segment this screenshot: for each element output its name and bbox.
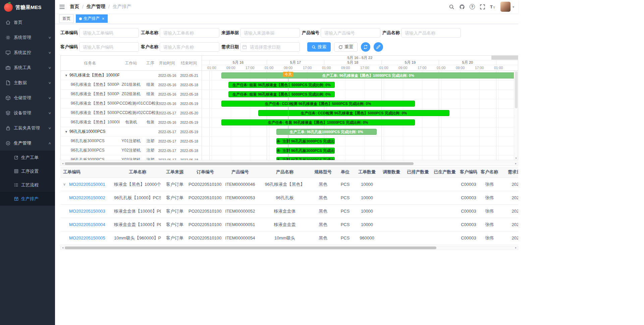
start-time-cell: 2022-05-16 bbox=[158, 102, 176, 106]
gantt-horizontal-scrollbar[interactable]: ◂ ▸ bbox=[60, 162, 518, 166]
sidebar-subitem-process-settings[interactable]: 工序设置 bbox=[0, 164, 55, 178]
task-name: 96孔孔板3000PCS bbox=[71, 148, 105, 153]
gantt-task-bar[interactable]: 生产任务: 组装 96孔移液盒【黑色】5000PCS 完成比例: 0% bbox=[228, 82, 335, 88]
font-size-icon[interactable]: TT bbox=[490, 4, 496, 10]
gantt-task-row[interactable]: 96孔移液盒【黑色】5000PCSCCD检测#02CCD检测2022-05-17… bbox=[61, 108, 202, 118]
sidebar-item-home[interactable]: 首页 bbox=[0, 15, 55, 30]
sidebar-item-warehouse[interactable]: 仓储管理∨ bbox=[0, 90, 55, 105]
sidebar-subitem-work-order[interactable]: 生产工单 bbox=[0, 151, 55, 164]
scrollbar-thumb[interactable] bbox=[65, 162, 414, 165]
scroll-right-arrow[interactable]: ▸ bbox=[514, 162, 518, 165]
gantt-task-row[interactable]: 96孔移液盒【黑色】10000PCS包装机包装2022-05-162022-05… bbox=[61, 118, 202, 127]
refresh-icon bbox=[338, 45, 343, 49]
table-row[interactable]: MO20220515000510mm吸头【960000】PCS客户订单PO202… bbox=[60, 231, 518, 245]
gantt-vertical-scrollbar[interactable]: ▾ bbox=[514, 71, 518, 160]
scrollbar-thumb[interactable] bbox=[515, 71, 518, 108]
sidebar-item-fixture[interactable]: 工装夹具管理∨ bbox=[0, 120, 55, 136]
product-code-input[interactable] bbox=[321, 28, 380, 38]
gantt-task-row[interactable]: ▼96孔移液盒【黑色】10000PCS2022-05-162022-05-21 bbox=[61, 71, 202, 80]
breadcrumb-item[interactable]: 首页 bbox=[70, 4, 79, 10]
close-icon[interactable]: × bbox=[102, 16, 104, 21]
reset-button[interactable]: 重置 bbox=[334, 42, 358, 52]
active-tab-dot-icon bbox=[79, 17, 82, 20]
day-header-cell: 5月 19 bbox=[381, 60, 439, 65]
sync-button[interactable] bbox=[361, 42, 370, 52]
fullscreen-icon[interactable] bbox=[480, 4, 485, 10]
customer-name-input[interactable] bbox=[160, 42, 219, 52]
edit-button[interactable] bbox=[374, 42, 383, 52]
gantt-task-row[interactable]: 96孔孔板3000PCSY03注塑机注塑2022-05-172022-05-18 bbox=[61, 155, 202, 160]
scrollbar-track[interactable] bbox=[65, 246, 514, 250]
gantt-task-row[interactable]: 96孔移液盒【黑色】5000PCSZ02组装机组装2022-05-162022-… bbox=[61, 90, 202, 99]
gantt-task-row[interactable]: 96孔移液盒【黑色】5000PCSCCD检测#01CCD检测2022-05-16… bbox=[61, 99, 202, 108]
sidebar-item-production[interactable]: 生产管理∧ bbox=[0, 136, 55, 151]
sidebar-item-monitor[interactable]: 系统监控∨ bbox=[0, 45, 55, 60]
gantt-task-bar[interactable]: 生产任务: CCD检测 96孔移液盒【黑色】5000PCS 完成比例: 0% bbox=[221, 101, 415, 107]
gantt-task-bar[interactable]: 生产任务: 注塑 96孔孔板3000PCS 完成比例: 0% bbox=[276, 138, 335, 144]
sidebar-item-system[interactable]: 系统管理∨ bbox=[0, 30, 55, 45]
scroll-right-arrow[interactable]: ▸ bbox=[514, 246, 518, 250]
gantt-task-bar[interactable]: 生产任务: 包装 96孔移液盒【黑色】10000PCS 完成比例: 0% bbox=[221, 119, 415, 125]
sidebar-subitem-scheduling[interactable]: 生产排产 bbox=[0, 192, 55, 206]
work-order-link[interactable]: MO202205150002 bbox=[69, 195, 105, 200]
table-row[interactable]: MO20220515000296孔孔板【10000】PCS客户订单PO20220… bbox=[60, 191, 518, 205]
gantt-task-bar[interactable]: 生产任务: 注塑 96孔孔板3000PCS 完成比例: 0% bbox=[276, 148, 335, 154]
product-name-input[interactable] bbox=[401, 28, 461, 38]
gantt-task-bar[interactable]: 生产任务: 注塑 96孔孔板3000PCS 完成比例: 0% bbox=[276, 157, 335, 160]
customer-code-input[interactable] bbox=[79, 42, 139, 52]
work-order-name-input[interactable] bbox=[160, 28, 219, 38]
search-icon[interactable] bbox=[449, 4, 454, 10]
app-root: 苦糖果MES 首页系统管理∨系统监控∨系统工具∨主数据∨仓储管理∨设备管理∨工装… bbox=[0, 0, 644, 325]
expand-triangle-icon[interactable]: ▼ bbox=[65, 130, 68, 133]
expand-chevron-icon[interactable]: ∨ bbox=[63, 182, 69, 186]
hamburger-icon[interactable] bbox=[59, 4, 65, 9]
tab-active[interactable]: 生产排产× bbox=[76, 14, 108, 23]
scrollbar-thumb[interactable] bbox=[65, 247, 436, 249]
gantt-task-bar[interactable]: 生产任务: CCD检测 96孔移液盒【黑色】5000PCS 完成比例: 0% bbox=[258, 110, 449, 116]
work-order-link[interactable]: MO202205150003 bbox=[69, 209, 105, 214]
sidebar-subitem-process-flow[interactable]: 工艺流程 bbox=[0, 178, 55, 192]
work-order-link[interactable]: MO202205150005 bbox=[69, 235, 105, 240]
search-button[interactable]: 搜索 bbox=[307, 42, 331, 52]
gantt-work-order-bar[interactable]: 生产工单: 96孔孔板10000PCS 完成比例: 0% bbox=[276, 129, 377, 135]
task-name: 96孔移液盒【黑色】10000PCS bbox=[71, 120, 119, 124]
work-order-link[interactable]: MO202205150004 bbox=[69, 222, 105, 227]
sidebar-item-master-data[interactable]: 主数据∨ bbox=[0, 75, 55, 90]
expand-triangle-icon[interactable]: ▼ bbox=[65, 74, 68, 77]
chevron-down-icon[interactable]: ▾ bbox=[513, 5, 514, 9]
breadcrumb-item[interactable]: 生产管理 bbox=[87, 4, 105, 10]
gantt-task-bar[interactable]: 生产任务: 组装 96孔移液盒【黑色】5000PCS 完成比例: 0% bbox=[228, 91, 335, 97]
gantt-task-row[interactable]: ▼96孔孔板10000PCS2022-05-172022-05-19 bbox=[61, 127, 202, 137]
table-horizontal-scrollbar[interactable]: ◂ ▸ bbox=[60, 246, 518, 250]
filter-row-1: 工单编码工单名称来源单据产品编号产品名称 bbox=[60, 28, 463, 38]
table-row[interactable]: ∨MO202205150001移液盒【黑色】10000个客户订单PO202205… bbox=[60, 178, 518, 191]
gantt-work-order-bar[interactable]: 生产工单: 96孔移液盒【黑色】10000PCS 完成比例: 0% bbox=[221, 72, 515, 78]
scroll-left-arrow[interactable]: ◂ bbox=[61, 246, 65, 250]
work-order-code-input[interactable] bbox=[79, 28, 139, 38]
sidebar-menu: 首页系统管理∨系统监控∨系统工具∨主数据∨仓储管理∨设备管理∨工装夹具管理∨生产… bbox=[0, 15, 55, 206]
table-row[interactable]: MO202205150004移液盒盒盖【10000】PCS客户订单PO20220… bbox=[60, 218, 518, 231]
scroll-left-arrow[interactable]: ◂ bbox=[61, 162, 65, 165]
source-doc-input[interactable] bbox=[240, 28, 300, 38]
table-row[interactable]: MO202205150003移液盒盒体【10000】PCS客户订单PO20220… bbox=[60, 205, 518, 218]
gantt-task-row[interactable]: 96孔孔板3000PCSY02注塑机注塑2022-05-172022-05-18 bbox=[61, 146, 202, 155]
avatar[interactable] bbox=[500, 2, 511, 12]
start-time-cell: 2022-05-16 bbox=[158, 73, 176, 77]
work-order-link[interactable]: MO202205150001 bbox=[69, 182, 105, 187]
github-icon[interactable] bbox=[459, 4, 465, 10]
gantt-task-row[interactable]: 96孔孔板3000PCSY01注塑机注塑2022-05-172022-05-18 bbox=[61, 137, 202, 146]
task-name-cell: 96孔孔板3000PCS bbox=[61, 157, 119, 160]
task-name: 96孔移液盒【黑色】10000PCS bbox=[69, 73, 119, 77]
scrollbar-track[interactable] bbox=[65, 162, 514, 165]
demand-date-input[interactable] bbox=[240, 42, 300, 52]
table-cell-name: 96孔孔板【10000】PCS bbox=[114, 195, 161, 201]
help-icon[interactable]: ? bbox=[470, 4, 475, 9]
sidebar-item-tools[interactable]: 系统工具∨ bbox=[0, 60, 55, 75]
app-logo[interactable]: 苦糖果MES bbox=[0, 0, 55, 15]
task-name-cell: ▼96孔移液盒【黑色】10000PCS bbox=[61, 72, 119, 78]
gantt-task-row[interactable]: 96孔移液盒【黑色】5000PCSZ01组装机组装2022-05-162022-… bbox=[61, 80, 202, 90]
hour-tick-label: 09:00 bbox=[284, 65, 292, 70]
scroll-down-arrow[interactable]: ▾ bbox=[514, 156, 518, 160]
tab-item[interactable]: 首页 bbox=[59, 14, 74, 23]
sidebar-item-equipment[interactable]: 设备管理∨ bbox=[0, 105, 55, 120]
